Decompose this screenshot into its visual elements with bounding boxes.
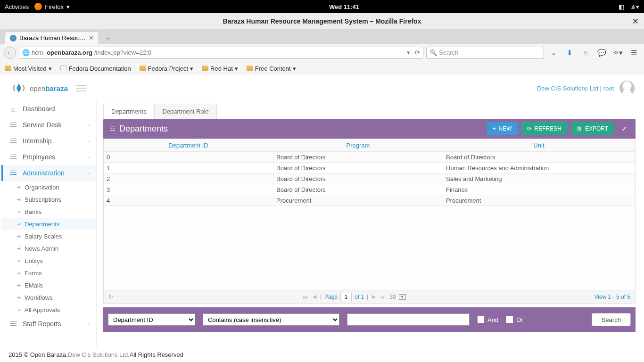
window-titlebar: Baraza Human Resource Management System … <box>0 13 644 29</box>
chevron-icon: ‹ <box>88 155 90 160</box>
cell-program: Board of Directors <box>273 184 443 195</box>
fullscreen-button[interactable]: ⤢ <box>618 122 631 135</box>
bookmark-redhat[interactable]: Red Hat▾ <box>202 65 238 72</box>
sidebar-item-employees[interactable]: Employees‹ <box>1 149 96 165</box>
downloads-icon[interactable]: ⬇ <box>563 49 576 57</box>
sidebar-item-dashboard[interactable]: ⌂Dashboard <box>1 101 96 117</box>
grid-pager: ↻ ⏮ ◀ | Page of 1 | ▶ ⏭ 30 ▼ View 1 <box>103 290 636 304</box>
home-icon[interactable]: ⌂ <box>579 49 592 57</box>
export-icon: 🗎 <box>577 125 582 132</box>
checkbox-label: And <box>487 316 498 323</box>
pager-next-icon[interactable]: ▶ <box>371 294 377 300</box>
back-button[interactable]: ← <box>4 47 16 59</box>
grid-header-row: Department ID Program Unit <box>104 139 635 152</box>
pager-page-input[interactable] <box>340 293 352 301</box>
tab-close-icon[interactable]: ✕ <box>89 34 94 41</box>
pager-of-label: of 1 <box>355 294 364 300</box>
tray-icon[interactable]: ◧ <box>619 3 624 10</box>
sidebar-sub-all-approvals[interactable]: ➔All Approvals <box>1 304 96 316</box>
active-app[interactable]: Firefox ▾ <box>34 3 70 10</box>
pager-prev-icon[interactable]: ◀ <box>312 294 317 300</box>
reload-icon[interactable]: ⟳ <box>415 49 420 56</box>
bookmark-fedora-doc[interactable]: Fedora Documentation <box>60 65 131 72</box>
sidebar-label: Staff Reports <box>23 320 61 328</box>
table-row[interactable]: 3Board of DirectorsFinance <box>104 184 635 195</box>
sidebar-sub-workflows[interactable]: ➔Workflows <box>1 291 96 304</box>
tray-icon[interactable]: 🗎▾ <box>630 3 639 10</box>
new-button[interactable]: +NEW <box>487 122 518 135</box>
pager-size-dropdown-icon[interactable]: ▼ <box>399 294 406 300</box>
filter-value-input[interactable] <box>347 313 470 326</box>
sidebar-sub-emails[interactable]: ➔EMails <box>1 279 96 291</box>
search-bar[interactable]: 🔍 Search <box>426 47 544 59</box>
browser-tab-bar: Baraza Human Resou… ✕ ＋ <box>0 29 644 44</box>
arrow-icon: ➔ <box>17 209 21 215</box>
pocket-icon[interactable]: ⌄ <box>547 49 560 57</box>
browser-tab[interactable]: Baraza Human Resou… ✕ <box>5 31 99 44</box>
window-close-button[interactable]: ✕ <box>632 17 638 26</box>
search-button[interactable]: Search <box>592 313 631 326</box>
sidebar-item-service-desk[interactable]: Service Desk‹ <box>1 117 96 133</box>
new-tab-button[interactable]: ＋ <box>102 33 114 44</box>
tab-departments[interactable]: Departments <box>103 104 154 119</box>
bookmark-most-visited[interactable]: Most Visited▾ <box>5 65 52 72</box>
arrow-icon: ➔ <box>17 295 21 301</box>
pager-last-icon[interactable]: ⏭ <box>380 294 387 300</box>
url-dropdown-icon[interactable]: ▾ <box>407 49 410 56</box>
user-label[interactable]: Dew CIS Solutions Ltd | root <box>537 85 614 92</box>
tab-department-role[interactable]: Department Role <box>154 104 216 119</box>
table-row[interactable]: 0Board of DirectorsBoard of Directors <box>104 152 635 163</box>
extension-icon[interactable]: ✧▾ <box>611 49 624 57</box>
filter-or-checkbox[interactable]: Or <box>506 316 523 323</box>
filter-op-select[interactable]: Contains (case insensitive) <box>203 313 339 326</box>
tab-title: Baraza Human Resou… <box>19 34 86 41</box>
sidebar-sub-entitys[interactable]: ➔Entitys <box>1 255 96 267</box>
clock[interactable]: Wed 11:41 <box>329 3 359 10</box>
cell-id: 2 <box>104 173 273 184</box>
bookmark-fedora-proj[interactable]: Fedora Project▾ <box>140 65 193 72</box>
sidebar-label: Banks <box>25 208 41 215</box>
chevron-icon: ‹ <box>88 171 90 176</box>
address-bar[interactable]: 🌐 hcm.openbaraza.org/index.jsp?view=22:0… <box>19 47 423 59</box>
arrow-icon: ➔ <box>17 258 21 264</box>
sidebar-sub-banks[interactable]: ➔Banks <box>1 206 96 218</box>
panel-header: ☲Departments +NEW ⟳REFRESH 🗎EXPORT ⤢ <box>103 119 636 139</box>
sidebar-label: Entitys <box>25 257 43 264</box>
menu-toggle-icon[interactable] <box>76 85 86 91</box>
col-department-id[interactable]: Department ID <box>104 139 273 151</box>
activities-button[interactable]: Activities <box>5 3 29 10</box>
globe-icon: 🌐 <box>22 49 30 56</box>
sidebar-item-staff-reports[interactable]: Staff Reports‹ <box>1 316 96 332</box>
col-unit[interactable]: Unit <box>443 139 635 151</box>
cell-program: Procurement <box>273 195 443 206</box>
table-row[interactable]: 4ProcurementProcurement <box>104 195 635 206</box>
sidebar-sub-subscriptions[interactable]: ➔Subscriptions <box>1 193 96 206</box>
sidebar-sub-news-admin[interactable]: ➔News Admin <box>1 242 96 255</box>
sidebar-sub-forms[interactable]: ➔Forms <box>1 267 96 279</box>
filter-and-checkbox[interactable]: And <box>477 316 498 323</box>
pager-refresh-icon[interactable]: ↻ <box>108 294 113 300</box>
sidebar-item-administration[interactable]: Administration‹ <box>1 165 96 181</box>
table-row[interactable]: 1Board of DirectorsHuman Resources and A… <box>104 163 635 173</box>
cell-program: Board of Directors <box>273 163 443 173</box>
bookmark-free-content[interactable]: Free Content▾ <box>247 65 296 72</box>
checkbox-icon <box>477 316 485 323</box>
sidebar-item-internship[interactable]: Internship‹ <box>1 133 96 149</box>
cell-id: 3 <box>104 184 273 195</box>
brand-logo[interactable]: openbaraza <box>12 82 86 94</box>
export-button[interactable]: 🗎EXPORT <box>571 122 614 135</box>
pager-first-icon[interactable]: ⏮ <box>302 294 309 300</box>
refresh-button[interactable]: ⟳REFRESH <box>521 122 567 135</box>
table-row[interactable]: 2Board of DirectorsSales and Marketing <box>104 173 635 184</box>
menu-icon[interactable]: ☰ <box>627 49 640 57</box>
avatar-icon[interactable] <box>619 81 635 96</box>
chevron-icon: ‹ <box>88 321 90 327</box>
sidebar-sub-organisation[interactable]: ➔Organisation <box>1 181 96 193</box>
chat-icon[interactable]: 💬 <box>595 49 608 57</box>
footer-copyright: 2015 © Open Baraza. <box>8 351 68 358</box>
sidebar-sub-salary-scales[interactable]: ➔Salary Scales <box>1 230 96 242</box>
chevron-down-icon: ▾ <box>49 65 52 72</box>
filter-field-select[interactable]: Department ID <box>108 313 195 326</box>
sidebar-sub-departments[interactable]: ➔Departments <box>1 218 96 230</box>
col-program[interactable]: Program <box>273 139 443 151</box>
